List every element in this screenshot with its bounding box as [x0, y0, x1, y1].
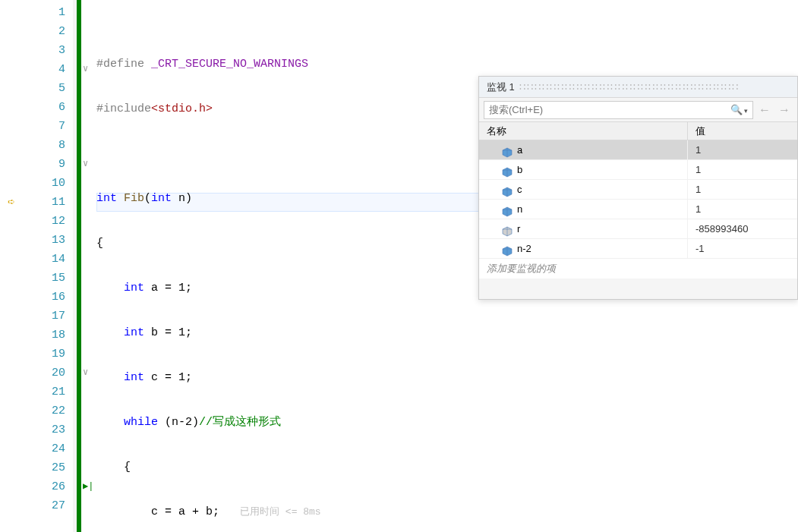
- fn-token: Fib: [124, 192, 144, 205]
- execution-arrow-icon: ➪: [8, 194, 15, 209]
- variable-icon: [502, 244, 513, 254]
- fold-toggle-icon[interactable]: ∨: [83, 364, 88, 382]
- line-number[interactable]: 23: [30, 420, 65, 439]
- line-number[interactable]: 21: [30, 382, 65, 401]
- preproc-token: #include: [96, 102, 151, 115]
- ident-token: n: [178, 192, 185, 205]
- line-number[interactable]: 20: [30, 364, 65, 382]
- chevron-down-icon[interactable]: ▾: [743, 107, 748, 115]
- run-marker-icon[interactable]: ▶|: [83, 477, 93, 496]
- include-token: <stdio.h>: [151, 102, 213, 115]
- code-text: c = a + b;: [151, 505, 219, 518]
- watch-row-value-cell[interactable]: 1: [688, 140, 797, 159]
- line-number[interactable]: 4: [30, 60, 65, 79]
- line-number[interactable]: 5: [30, 79, 65, 98]
- watch-row-value-cell[interactable]: 1: [688, 180, 797, 199]
- watch-row-name-cell[interactable]: n-2: [479, 239, 688, 258]
- watch-search-input[interactable]: [489, 104, 641, 115]
- line-number[interactable]: 13: [30, 231, 65, 250]
- line-number[interactable]: 10: [30, 174, 65, 193]
- watch-row-name-cell[interactable]: b: [479, 160, 688, 179]
- watch-row-value-cell[interactable]: -1: [688, 239, 797, 258]
- perf-hint: 已用时间 <= 8ms: [240, 506, 321, 518]
- type-token: int: [124, 371, 144, 384]
- search-icon[interactable]: 🔍: [730, 104, 743, 115]
- line-number[interactable]: 15: [30, 269, 65, 288]
- line-number[interactable]: 27: [30, 496, 65, 515]
- watch-row-value-cell[interactable]: 1: [688, 200, 797, 219]
- line-number[interactable]: 18: [30, 326, 65, 345]
- fold-toggle-icon[interactable]: ∨: [83, 155, 88, 174]
- code-text: (n-2): [158, 416, 199, 429]
- line-number[interactable]: 26: [30, 477, 65, 496]
- watch-var-name: b: [517, 160, 522, 180]
- watch-row[interactable]: r-858993460: [479, 219, 797, 239]
- watch-row-name-cell[interactable]: a: [479, 140, 688, 159]
- watch-window-title: 监视 1: [487, 81, 515, 93]
- watch-var-name: n-2: [517, 239, 531, 259]
- watch-var-name: n: [517, 200, 522, 219]
- line-number[interactable]: 3: [30, 41, 65, 60]
- watch-var-name: c: [517, 180, 522, 200]
- line-number[interactable]: 22: [30, 401, 65, 420]
- watch-row[interactable]: a1: [479, 140, 797, 160]
- watch-col-value-header[interactable]: 值: [688, 122, 797, 140]
- watch-rows: a1b1c1n1r-858993460n-2-1: [479, 140, 797, 259]
- fold-toggle-icon[interactable]: ∨: [83, 60, 88, 79]
- watch-row[interactable]: c1: [479, 180, 797, 200]
- variable-icon: [502, 145, 513, 156]
- watch-row[interactable]: n1: [479, 200, 797, 219]
- line-number[interactable]: 25: [30, 458, 65, 477]
- watch-row-value-cell[interactable]: -858993460: [688, 219, 797, 238]
- line-number[interactable]: 16: [30, 288, 65, 307]
- line-number[interactable]: 11: [30, 193, 65, 212]
- variable-icon: [502, 165, 513, 175]
- variable-icon: [502, 184, 513, 195]
- code-text: a = 1;: [144, 282, 192, 294]
- type-token: int: [124, 326, 144, 339]
- line-number-gutter[interactable]: 1 2 3 4 5 6 7 8 9 10 11 12 13 14 15 16 1…: [30, 0, 73, 532]
- type-token: int: [124, 282, 144, 294]
- watch-row-name-cell[interactable]: n: [479, 200, 688, 219]
- watch-var-name: r: [517, 219, 520, 239]
- line-number[interactable]: 8: [30, 136, 65, 155]
- line-number[interactable]: 24: [30, 439, 65, 458]
- watch-col-name-header[interactable]: 名称: [479, 122, 688, 140]
- glyph-margin: ➪: [0, 0, 30, 532]
- watch-row-name-cell[interactable]: r: [479, 219, 688, 238]
- title-grip-icon: ∷∷∷∷∷∷∷∷∷∷∷∷∷∷∷∷∷∷∷∷∷∷∷∷∷∷∷∷∷: [515, 81, 740, 93]
- line-number[interactable]: 1: [30, 3, 65, 22]
- watch-add-item-hint[interactable]: 添加要监视的项: [479, 259, 797, 279]
- variable-icon: [502, 204, 513, 215]
- nav-back-button[interactable]: ←: [756, 102, 773, 118]
- keyword-token: while: [124, 416, 158, 429]
- nav-forward-button[interactable]: →: [776, 102, 793, 118]
- line-number[interactable]: 19: [30, 345, 65, 364]
- line-number[interactable]: 9: [30, 155, 65, 174]
- macro-token: _CRT_SECURE_NO_WARNINGS: [151, 58, 308, 71]
- code-text: b = 1;: [144, 326, 192, 339]
- line-number[interactable]: 12: [30, 212, 65, 231]
- type-token: int: [96, 192, 117, 205]
- preproc-token: #define: [96, 58, 144, 71]
- watch-row[interactable]: b1: [479, 160, 797, 180]
- watch-window[interactable]: 监视 1∷∷∷∷∷∷∷∷∷∷∷∷∷∷∷∷∷∷∷∷∷∷∷∷∷∷∷∷∷ 🔍▾ ← →…: [478, 76, 798, 300]
- watch-toolbar: 🔍▾ ← →: [479, 98, 797, 122]
- fold-gutter[interactable]: ∨ ∨ ∨ ▶|: [81, 0, 96, 532]
- line-number[interactable]: 17: [30, 307, 65, 326]
- comment-token: //写成这种形式: [199, 416, 281, 429]
- line-number[interactable]: 6: [30, 98, 65, 117]
- watch-columns-header[interactable]: 名称 值: [479, 122, 797, 140]
- variable-icon: [502, 224, 513, 235]
- watch-row[interactable]: n-2-1: [479, 239, 797, 259]
- line-number[interactable]: 14: [30, 250, 65, 269]
- watch-row-name-cell[interactable]: c: [479, 180, 688, 199]
- watch-search-box[interactable]: 🔍▾: [484, 101, 753, 119]
- line-number[interactable]: 2: [30, 22, 65, 41]
- watch-row-value-cell[interactable]: 1: [688, 160, 797, 179]
- brace-token: {: [124, 461, 131, 474]
- type-token: int: [151, 192, 172, 205]
- code-text: c = 1;: [144, 371, 192, 384]
- watch-window-title-bar[interactable]: 监视 1∷∷∷∷∷∷∷∷∷∷∷∷∷∷∷∷∷∷∷∷∷∷∷∷∷∷∷∷∷: [479, 77, 797, 98]
- line-number[interactable]: 7: [30, 117, 65, 136]
